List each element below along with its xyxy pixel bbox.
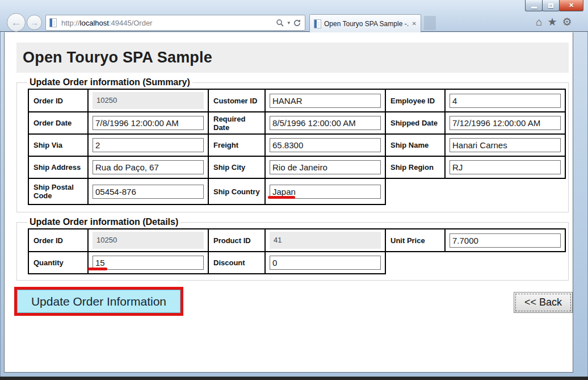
- ship-region-input[interactable]: [450, 160, 561, 174]
- browser-window: ✕ ← → http://localhost:49445/Order ▾ Ope…: [0, 0, 588, 380]
- close-button[interactable]: ✕: [559, 0, 583, 11]
- discount-label: Discount: [208, 252, 265, 274]
- forward-button-browser[interactable]: →: [27, 15, 42, 30]
- table-row: Ship Address Ship City Ship Region: [28, 156, 565, 178]
- required-date-input[interactable]: [270, 116, 381, 130]
- home-icon[interactable]: ⌂: [536, 16, 542, 28]
- new-tab-button[interactable]: [424, 16, 436, 30]
- red-highlight-box-annotation: Update Order Information: [14, 287, 183, 316]
- freight-input[interactable]: [270, 138, 381, 152]
- summary-section: Update Order information (Summary) Order…: [16, 77, 569, 212]
- back-arrow-icon: ←: [11, 16, 22, 28]
- product-id-readonly: 41: [270, 232, 381, 249]
- ship-city-label: Ship City: [208, 156, 265, 178]
- heading-band: Open Touryo SPA Sample: [16, 43, 569, 73]
- table-row: Quantity Discount: [28, 252, 565, 274]
- restore-icon: [548, 3, 553, 8]
- minimize-button[interactable]: [525, 0, 543, 11]
- ship-city-input[interactable]: [270, 160, 381, 174]
- address-bar[interactable]: http://localhost:49445/Order ▾: [45, 15, 305, 31]
- window-controls: ✕: [526, 0, 583, 11]
- red-underline-annotation-japan: [268, 196, 295, 199]
- address-bar-tools: ▾: [276, 19, 301, 27]
- window-bottom-edge: [0, 377, 588, 380]
- details-legend: Update Order information (Details): [27, 217, 180, 227]
- ship-via-input[interactable]: [93, 138, 204, 152]
- discount-input[interactable]: [270, 256, 381, 270]
- customer-id-input[interactable]: [270, 94, 381, 108]
- red-underline-annotation-quantity: [88, 268, 107, 270]
- ship-region-label: Ship Region: [385, 156, 445, 178]
- browser-chrome: ✕ ← → http://localhost:49445/Order ▾ Ope…: [0, 0, 588, 32]
- tab-close-icon[interactable]: ✕: [412, 20, 417, 27]
- url-scheme: http://: [61, 19, 80, 27]
- detail-order-id-readonly: 10250: [93, 232, 204, 249]
- update-order-information-button[interactable]: Update Order Information: [17, 290, 180, 313]
- product-id-label: Product ID: [208, 229, 265, 252]
- restore-button[interactable]: [542, 0, 560, 11]
- search-icon[interactable]: [276, 19, 284, 27]
- forward-arrow-icon: →: [30, 18, 39, 27]
- refresh-icon[interactable]: [293, 19, 301, 27]
- back-button-browser[interactable]: ←: [7, 13, 26, 32]
- detail-order-id-label: Order ID: [28, 229, 88, 252]
- tab-title: Open Touryo SPA Sample -...: [324, 20, 409, 28]
- summary-table: Order ID 10250 Customer ID Employee ID O…: [28, 89, 566, 205]
- url-host: localhost: [80, 19, 109, 27]
- page-icon: [49, 18, 57, 27]
- ship-address-input[interactable]: [93, 160, 204, 174]
- minimize-icon: [531, 7, 537, 9]
- table-row: Ship Via Freight Ship Name: [28, 134, 565, 156]
- close-icon: ✕: [569, 2, 574, 9]
- url-text[interactable]: http://localhost:49445/Order: [61, 19, 276, 27]
- ship-name-input[interactable]: [450, 138, 561, 152]
- quantity-label: Quantity: [28, 252, 88, 274]
- table-row: Order Date Required Date Shipped Date: [28, 112, 565, 134]
- order-id-readonly: 10250: [93, 92, 204, 109]
- table-row: Order ID 10250 Product ID 41 Unit Price: [28, 229, 565, 252]
- ship-address-label: Ship Address: [28, 156, 88, 178]
- order-date-input[interactable]: [93, 116, 204, 130]
- browser-tab[interactable]: Open Touryo SPA Sample -... ✕: [309, 14, 421, 32]
- ship-postal-code-label: Ship Postal Code: [28, 178, 88, 204]
- settings-gear-icon[interactable]: ⚙: [562, 16, 572, 28]
- employee-id-label: Employee ID: [385, 89, 445, 112]
- favorites-star-icon[interactable]: ★: [547, 16, 557, 28]
- tab-page-icon: [314, 19, 321, 28]
- url-path: :49445/Order: [109, 19, 153, 27]
- freight-label: Freight: [208, 134, 265, 156]
- table-row: Ship Postal Code Ship Country: [28, 178, 565, 204]
- ship-via-label: Ship Via: [28, 134, 88, 156]
- page-title: Open Touryo SPA Sample: [16, 43, 569, 73]
- shipped-date-input[interactable]: [450, 116, 561, 130]
- ship-name-label: Ship Name: [385, 134, 445, 156]
- summary-legend: Update Order information (Summary): [27, 77, 192, 87]
- chevron-down-icon[interactable]: ▾: [287, 20, 290, 26]
- customer-id-label: Customer ID: [208, 89, 265, 112]
- unit-price-input[interactable]: [450, 233, 561, 248]
- details-table: Order ID 10250 Product ID 41 Unit Price …: [28, 228, 566, 274]
- chrome-toolbar: ⌂ ★ ⚙: [536, 16, 572, 28]
- ship-postal-code-input[interactable]: [93, 185, 204, 199]
- ship-country-label: Ship Country: [208, 178, 265, 204]
- employee-id-input[interactable]: [450, 94, 561, 108]
- order-date-label: Order Date: [28, 112, 88, 134]
- unit-price-label: Unit Price: [385, 229, 445, 252]
- order-id-label: Order ID: [28, 89, 88, 112]
- quantity-input[interactable]: [93, 256, 204, 270]
- shipped-date-label: Shipped Date: [385, 112, 445, 134]
- details-section: Update Order information (Details) Order…: [16, 217, 569, 281]
- table-row: Order ID 10250 Customer ID Employee ID: [28, 89, 565, 112]
- back-button[interactable]: << Back: [514, 292, 573, 313]
- page-content: Open Touryo SPA Sample Update Order info…: [4, 32, 573, 373]
- required-date-label: Required Date: [208, 112, 265, 134]
